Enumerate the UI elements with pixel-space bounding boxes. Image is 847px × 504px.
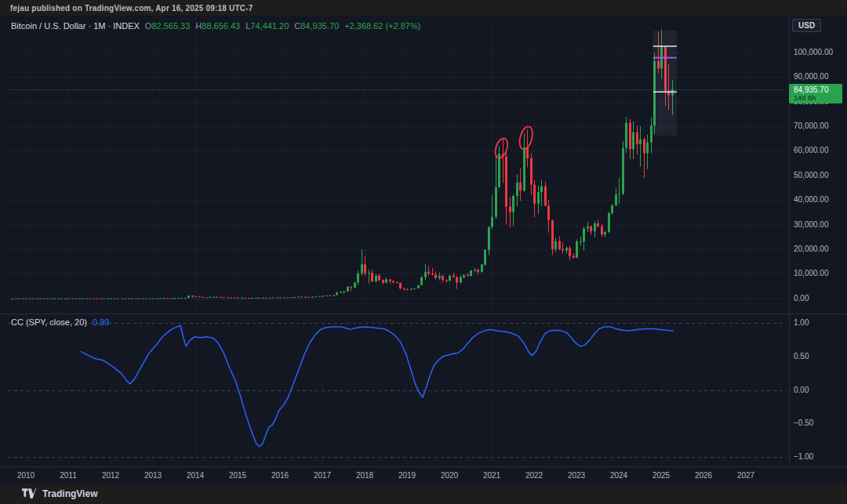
candle-body (512, 196, 514, 212)
candle-body (131, 299, 133, 299)
candle-body (498, 154, 500, 187)
candle-body (601, 227, 603, 234)
candle-body (417, 285, 420, 288)
candle-body (622, 148, 624, 194)
candle-body (364, 264, 366, 273)
highlight-ellipse[interactable] (518, 125, 535, 151)
candle-body (191, 296, 194, 296)
candle-body (286, 297, 289, 298)
candle-body (604, 232, 606, 234)
candle-body (258, 298, 260, 299)
candle-body (39, 299, 42, 299)
candle-body (205, 297, 208, 298)
candle-body (237, 298, 239, 299)
candle-body (124, 299, 126, 299)
candle-body (650, 125, 653, 143)
candle-body (173, 298, 176, 299)
candle-body (25, 299, 27, 299)
candle-body (544, 187, 547, 206)
candle-body (343, 292, 345, 292)
candle-body (234, 298, 236, 299)
candle-body (551, 220, 554, 249)
candle-body (46, 299, 49, 299)
candle-body (375, 276, 377, 281)
candle-body (216, 297, 218, 298)
candle-body (241, 298, 243, 299)
tradingview-brand-text[interactable]: TradingView (42, 488, 97, 499)
candle-body (540, 187, 543, 192)
candle-body (159, 298, 162, 299)
candle-body (300, 297, 303, 298)
candle-body (382, 280, 384, 282)
candle-body (297, 297, 300, 298)
candle-body (597, 223, 599, 227)
candle-body (103, 299, 105, 299)
candle-body (272, 298, 274, 299)
candle-body (223, 297, 225, 298)
candle-body (449, 275, 451, 281)
candle-body (434, 274, 437, 277)
candle-body (138, 299, 140, 299)
tradingview-logo-icon[interactable] (22, 488, 37, 499)
candle-body (262, 298, 264, 299)
candle-body (445, 280, 448, 281)
candle-body (625, 123, 627, 148)
candle-body (85, 299, 88, 299)
candle-body (251, 298, 253, 299)
candle-body (64, 299, 67, 299)
candle-body (618, 194, 620, 194)
candle-body (304, 297, 307, 298)
candle-body (78, 299, 81, 299)
candle-body (213, 297, 215, 298)
candle-body (460, 277, 462, 283)
candle-body (43, 299, 45, 299)
chart-canvas[interactable] (0, 0, 847, 504)
candle-body (467, 275, 469, 276)
candle-body (96, 299, 98, 299)
candle-body (431, 274, 434, 274)
candle-body (371, 273, 373, 281)
candle-body (530, 158, 533, 185)
candle-body (608, 213, 610, 232)
candle-body (463, 275, 465, 277)
candle-body (385, 279, 387, 282)
candle-body (89, 299, 91, 299)
candle-body (100, 299, 102, 299)
candle-body (558, 241, 561, 249)
highlight-ellipse[interactable] (493, 136, 510, 159)
candle-body (406, 289, 409, 290)
candle-body (110, 299, 112, 299)
candle-body (325, 296, 328, 296)
candle-body (198, 296, 201, 297)
candle-body (170, 298, 173, 299)
candle-body (255, 298, 257, 299)
candle-body (329, 296, 331, 296)
candle-body (15, 299, 17, 299)
candle-body (587, 227, 589, 228)
candle-body (336, 293, 338, 296)
candle-body (523, 147, 525, 190)
candle-body (583, 228, 585, 241)
candle-body (516, 183, 518, 196)
candle-body (194, 296, 197, 297)
candle-body (75, 299, 77, 299)
candle-body (71, 299, 74, 299)
candle-body (248, 298, 250, 299)
candle-body (361, 264, 363, 273)
candle-body (269, 298, 271, 299)
candle-body (22, 299, 24, 299)
candle-body (142, 299, 144, 299)
candle-body (152, 299, 154, 299)
candle-body (427, 272, 430, 274)
currency-toggle-button[interactable]: USD (792, 19, 821, 32)
candle-body (230, 298, 232, 299)
candle-body (60, 299, 63, 299)
candle-body (354, 282, 356, 288)
candle-body (470, 270, 472, 276)
candle-body (128, 299, 130, 299)
candle-body (135, 299, 137, 299)
candle-body (424, 272, 427, 277)
candle-body (318, 296, 321, 297)
candle-body (554, 241, 557, 250)
candle-body (639, 140, 642, 144)
